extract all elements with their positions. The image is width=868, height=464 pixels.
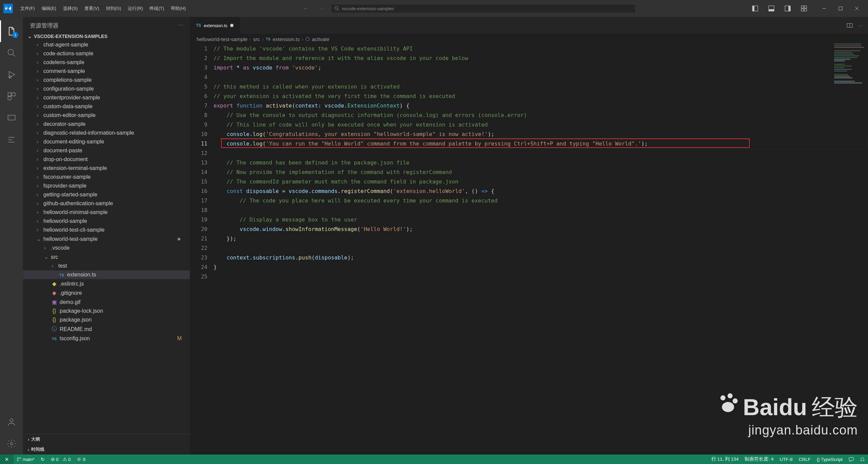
file-tree: ›chat-agent-sample›code-actions-sample›c… [23, 40, 190, 434]
tree-item[interactable]: ›fsconsumer-sample [23, 173, 190, 181]
breadcrumb-segment[interactable]: extension.ts [272, 36, 300, 42]
tree-item[interactable]: ›document-paste [23, 146, 190, 155]
minimap[interactable] [834, 43, 868, 455]
tree-item[interactable]: ⌄helloworld-test-sample [23, 234, 190, 244]
tree-item[interactable]: ›contentprovider-sample [23, 93, 190, 102]
svg-rect-9 [804, 6, 807, 8]
extensions-activity-icon[interactable] [0, 85, 23, 107]
menu-查看(V)[interactable]: 查看(V) [81, 4, 102, 13]
svg-point-27 [10, 419, 13, 422]
toggle-panel-icon[interactable] [764, 1, 779, 16]
tree-item[interactable]: ›helloworld-sample [23, 217, 190, 226]
tree-item[interactable]: ›test [23, 262, 190, 270]
timeline-panel-header[interactable]: ›时间线 [23, 444, 190, 455]
tree-item[interactable]: ›chat-agent-sample [23, 40, 190, 49]
indent-status[interactable]: 制表符长度: 4 [742, 455, 776, 464]
svg-point-16 [8, 50, 14, 55]
search-activity-icon[interactable] [0, 42, 23, 64]
tree-item[interactable]: ›getting-started-sample [23, 190, 190, 199]
tree-item[interactable]: ›configuration-sample [23, 84, 190, 93]
nav-forward-icon[interactable]: → [316, 5, 326, 12]
window-minimize-icon[interactable] [816, 1, 832, 16]
menu-编辑(E)[interactable]: 编辑(E) [38, 4, 60, 13]
code-editor[interactable]: // The module 'vscode' contains the VS C… [214, 43, 868, 455]
notifications-icon[interactable] [857, 455, 868, 464]
svg-rect-21 [8, 97, 11, 100]
nav-back-icon[interactable]: ← [301, 5, 311, 12]
svg-point-28 [11, 443, 13, 445]
window-close-icon[interactable] [849, 1, 865, 16]
tree-item[interactable]: {}package.json [23, 315, 190, 324]
tree-item[interactable]: ›codelens-sample [23, 58, 190, 67]
workspace-header[interactable]: ⌄ VSCODE-EXTENSION-SAMPLES [23, 32, 190, 40]
explorer-activity-icon[interactable]: 1 [0, 20, 23, 42]
tree-item[interactable]: ⓘREADME.md [23, 324, 190, 334]
tree-item[interactable]: {}package-lock.json [23, 307, 190, 315]
command-center-search[interactable]: vscode-extension-samples [331, 4, 636, 13]
ports-status[interactable]: ⛭ 0 [74, 455, 88, 464]
explorer-badge: 1 [12, 32, 18, 38]
encoding-status[interactable]: UTF-8 [776, 455, 795, 464]
more-actions-icon[interactable]: ··· [859, 23, 863, 28]
tree-item[interactable]: ◆.gitignore [23, 288, 190, 297]
references-activity-icon[interactable] [0, 129, 23, 151]
eol-status[interactable]: CRLF [795, 455, 813, 464]
activity-bar: 1 [0, 17, 23, 455]
svg-rect-19 [8, 93, 11, 96]
accounts-activity-icon[interactable] [0, 411, 23, 433]
tree-item[interactable]: ›comment-sample [23, 67, 190, 76]
tree-item[interactable]: ›code-actions-sample [23, 49, 190, 58]
breadcrumb[interactable]: helloworld-test-sample›src›TSextension.t… [190, 34, 868, 43]
git-branch-status[interactable]: main* [14, 455, 38, 464]
menu-运行(R)[interactable]: 运行(R) [124, 4, 146, 13]
editor-tab-extension-ts[interactable]: TS extension.ts [190, 17, 240, 34]
menu-文件(F)[interactable]: 文件(F) [17, 4, 38, 13]
remote-indicator-icon[interactable] [0, 455, 14, 464]
toggle-secondary-sidebar-icon[interactable] [780, 1, 795, 16]
menu-帮助(H)[interactable]: 帮助(H) [167, 4, 189, 13]
menu-终端(T)[interactable]: 终端(T) [146, 4, 167, 13]
tree-item[interactable]: ›extension-terminal-sample [23, 164, 190, 173]
tree-item[interactable]: ›diagnostic-related-information-sample [23, 129, 190, 137]
breadcrumb-segment[interactable]: helloworld-test-sample [197, 36, 247, 42]
tree-item[interactable]: ›custom-data-sample [23, 102, 190, 111]
svg-point-0 [335, 6, 338, 9]
outline-panel-header[interactable]: ›大纲 [23, 434, 190, 444]
language-mode-status[interactable]: {} TypeScript [814, 455, 846, 464]
tree-item[interactable]: ›helloworld-test-cli-sample [23, 226, 190, 234]
tree-item[interactable]: ›document-editing-sample [23, 137, 190, 146]
cursor-position-status[interactable]: 行 11, 列 134 [708, 455, 742, 464]
tree-item[interactable]: ›drop-on-document [23, 155, 190, 164]
tree-item[interactable]: TSextension.ts [23, 270, 190, 279]
tree-item[interactable]: TStsconfig.jsonM [23, 334, 190, 343]
breadcrumb-segment[interactable]: src [253, 36, 260, 42]
feedback-icon[interactable] [846, 455, 857, 464]
tree-item[interactable]: ›helloworld-minimal-sample [23, 208, 190, 217]
tree-item[interactable]: ⌄src [23, 252, 190, 262]
window-maximize-icon[interactable] [833, 1, 848, 16]
tree-item[interactable]: ›github-authentication-sample [23, 199, 190, 208]
toggle-primary-sidebar-icon[interactable] [747, 1, 763, 16]
compare-changes-icon[interactable] [847, 22, 853, 28]
explorer-sidebar: 资源管理器 ··· ⌄ VSCODE-EXTENSION-SAMPLES ›ch… [23, 17, 190, 455]
tree-item[interactable]: ›decorator-sample [23, 120, 190, 129]
remote-explorer-activity-icon[interactable] [0, 107, 23, 129]
svg-point-35 [17, 458, 19, 459]
run-debug-activity-icon[interactable] [0, 64, 23, 85]
tree-item[interactable]: ›fsprovider-sample [23, 181, 190, 190]
tree-item[interactable]: ›custom-editor-sample [23, 111, 190, 120]
tree-item[interactable]: ◆.eslintrc.js [23, 279, 190, 288]
sync-status-icon[interactable]: ↻ [38, 455, 48, 464]
customize-layout-icon[interactable] [796, 1, 812, 16]
menu-选择(S)[interactable]: 选择(S) [60, 4, 81, 13]
breadcrumb-segment[interactable]: activate [312, 36, 329, 42]
settings-activity-icon[interactable] [0, 433, 23, 455]
tree-item[interactable]: ›completions-sample [23, 76, 190, 84]
menu-转到(G)[interactable]: 转到(G) [103, 4, 125, 13]
typescript-file-icon: TS [196, 23, 201, 28]
tree-item[interactable]: ›.vscode [23, 244, 190, 252]
app-logo [3, 4, 13, 13]
more-icon[interactable]: ··· [178, 22, 183, 30]
tree-item[interactable]: ▣demo.gif [23, 297, 190, 307]
problems-status[interactable]: ⊘ 0 ⚠ 0 [48, 455, 74, 464]
